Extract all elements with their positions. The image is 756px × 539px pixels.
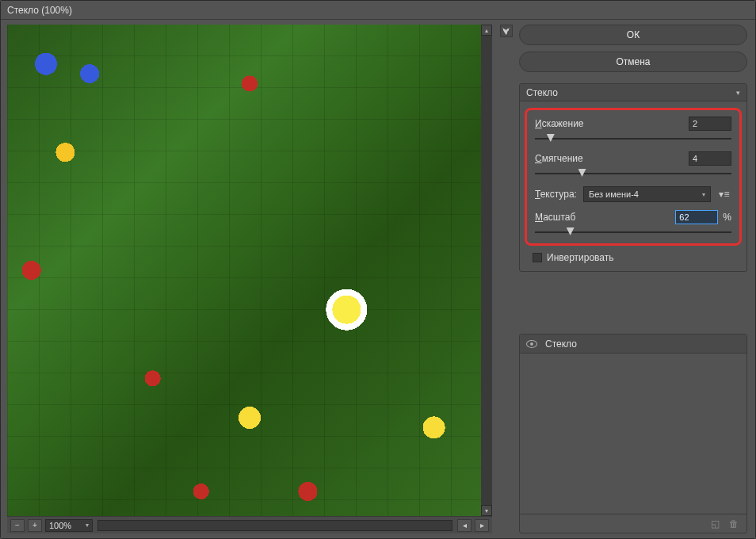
invert-checkbox[interactable]	[533, 253, 542, 262]
highlighted-params: Искажение Смягчение	[525, 108, 742, 246]
zoom-level-value: 100%	[49, 521, 71, 530]
window-title: Стекло (100%)	[7, 5, 72, 16]
effect-layer-name: Стекло	[545, 338, 577, 350]
chevron-down-icon: ▾	[702, 191, 705, 198]
texture-label: Текстура:	[535, 189, 577, 200]
distortion-param: Искажение	[535, 117, 731, 143]
texture-select[interactable]: Без имени-4 ▾	[583, 186, 711, 202]
distortion-input[interactable]	[689, 117, 731, 131]
texture-selected-value: Без имени-4	[589, 189, 639, 199]
scroll-left-button[interactable]: ◂	[457, 519, 472, 532]
filter-name-dropdown[interactable]: Стекло ▾	[520, 84, 746, 101]
new-effect-layer-icon[interactable]: ◱	[711, 518, 720, 529]
dialog-body: ▴ ▾ − + 100% ▾ ◂ ▸ ⮟	[1, 20, 755, 538]
filter-settings-group: Стекло ▾ Искажение	[519, 83, 747, 272]
texture-param: Текстура: Без имени-4 ▾ ▾≡	[535, 186, 731, 202]
distortion-label: Искажение	[535, 118, 584, 129]
preview-image	[7, 25, 492, 516]
distortion-slider[interactable]	[535, 134, 731, 143]
filter-gallery-dialog: Стекло (100%) ▴ ▾ − + 100% ▾ ◂	[0, 0, 756, 539]
delete-effect-layer-icon[interactable]: 🗑	[729, 518, 739, 529]
chevron-down-icon: ▾	[736, 89, 740, 97]
vertical-scrollbar[interactable]: ▴ ▾	[481, 25, 492, 516]
collapse-panel-button[interactable]: ⮟	[500, 25, 513, 37]
smoothness-label: Смягчение	[535, 153, 583, 164]
layers-empty-area	[520, 354, 746, 514]
texture-menu-icon[interactable]: ▾≡	[717, 189, 731, 200]
zoom-in-button[interactable]: +	[28, 519, 42, 532]
scroll-down-arrow[interactable]: ▾	[481, 505, 492, 516]
filter-name-label: Стекло	[526, 87, 558, 98]
ok-button[interactable]: ОК	[519, 25, 747, 45]
cancel-button[interactable]: Отмена	[519, 52, 747, 72]
titlebar[interactable]: Стекло (100%)	[1, 1, 755, 20]
scale-unit: %	[723, 212, 731, 223]
scale-input[interactable]	[675, 210, 718, 224]
scroll-track[interactable]	[481, 36, 492, 505]
scroll-right-button[interactable]: ▸	[475, 519, 489, 532]
scale-label: Масштаб	[535, 212, 575, 223]
invert-row: Инвертировать	[520, 249, 746, 263]
zoom-out-button[interactable]: −	[10, 519, 25, 532]
preview-pane: ▴ ▾ − + 100% ▾ ◂ ▸	[1, 20, 492, 538]
layers-footer: ◱ 🗑	[520, 514, 746, 533]
invert-label: Инвертировать	[547, 252, 614, 263]
horizontal-scrollbar[interactable]	[97, 520, 452, 531]
effect-layer-row[interactable]: Стекло	[520, 334, 746, 354]
scale-slider[interactable]	[535, 227, 731, 237]
effect-layers-panel: Стекло ◱ 🗑	[519, 334, 747, 533]
controls-pane: ⮟ ОК Отмена Стекло ▾ Искажение	[492, 20, 755, 538]
visibility-eye-icon[interactable]	[526, 340, 537, 348]
scale-param: Масштаб %	[535, 210, 731, 237]
preview-frame[interactable]: ▴ ▾	[7, 25, 492, 516]
smoothness-slider[interactable]	[535, 169, 731, 178]
chevron-down-icon: ▾	[86, 522, 89, 529]
smoothness-param: Смягчение	[535, 151, 731, 178]
preview-bottom-bar: − + 100% ▾ ◂ ▸	[7, 516, 492, 533]
smoothness-input[interactable]	[689, 151, 731, 166]
scroll-up-arrow[interactable]: ▴	[481, 25, 492, 36]
zoom-level-select[interactable]: 100% ▾	[45, 519, 93, 532]
